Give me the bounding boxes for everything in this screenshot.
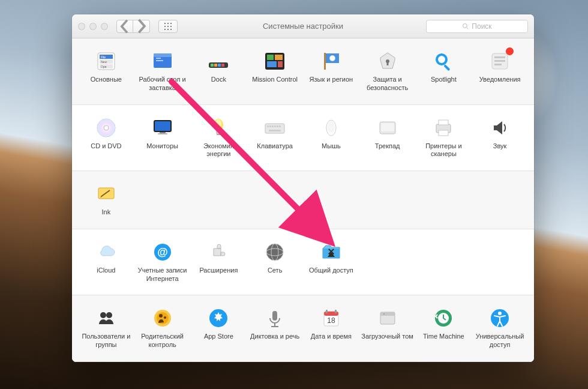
pref-item-timemachine[interactable]: Time Machine: [416, 304, 472, 355]
svg-rect-58: [272, 125, 274, 127]
dock-icon: [206, 49, 230, 73]
pref-item-printers[interactable]: Принтеры и сканеры: [416, 113, 472, 165]
search-placeholder: Поиск: [472, 22, 491, 31]
svg-text:18: 18: [327, 316, 335, 325]
pref-item-displays[interactable]: Мониторы: [134, 113, 191, 165]
pref-item-sharing[interactable]: Общий доступ: [303, 238, 359, 289]
svg-rect-54: [217, 134, 220, 135]
pref-item-label: Dock: [211, 76, 226, 84]
security-icon: [376, 49, 400, 73]
svg-rect-3: [164, 26, 166, 27]
pref-item-network[interactable]: Сеть: [247, 238, 303, 289]
pref-item-accessibility[interactable]: Универсальный доступ: [472, 304, 528, 355]
pref-item-label: Родительский контроль: [136, 333, 190, 349]
pref-item-spotlight[interactable]: Spotlight: [416, 47, 472, 98]
pref-item-general[interactable]: FileNewOpeОсновные: [78, 47, 134, 98]
dictation-icon: [263, 306, 287, 330]
pref-item-label: Mission Control: [252, 76, 298, 84]
pref-item-mouse[interactable]: Мышь: [303, 113, 359, 165]
pref-item-icloud[interactable]: iCloud: [78, 238, 134, 289]
pref-item-label: Звук: [493, 142, 507, 151]
search-field[interactable]: Поиск: [426, 20, 528, 33]
language-icon: [319, 49, 343, 73]
svg-point-52: [215, 119, 221, 128]
svg-rect-28: [267, 55, 274, 60]
grid-icon: [164, 23, 172, 30]
svg-rect-2: [170, 23, 172, 24]
pref-item-label: Spotlight: [431, 76, 457, 84]
startup-icon: [376, 306, 400, 330]
svg-text:File: File: [101, 55, 106, 59]
minimize-window-button[interactable]: [89, 23, 97, 30]
pref-item-parental[interactable]: Родительский контроль: [134, 304, 191, 355]
svg-rect-31: [278, 61, 283, 67]
svg-point-97: [383, 313, 385, 315]
svg-point-80: [100, 312, 106, 318]
svg-point-38: [438, 56, 445, 63]
pref-item-ink[interactable]: Ink: [78, 179, 134, 223]
preference-panes: FileNewOpeОсновныеРабочий стол и заставк…: [72, 38, 534, 362]
pref-item-dock[interactable]: Dock: [191, 47, 247, 98]
chevron-right-icon: [133, 18, 149, 34]
pref-item-label: Загрузочный том: [361, 333, 413, 341]
pref-item-datetime[interactable]: 18Дата и время: [303, 304, 359, 355]
pref-section-4: Пользователи и группыРодительский контро…: [72, 295, 534, 362]
svg-rect-29: [275, 55, 283, 60]
svg-point-85: [164, 316, 166, 319]
pref-section-0: FileNewOpeОсновныеРабочий стол и заставк…: [72, 38, 534, 105]
pref-item-internet[interactable]: @Учетные записи Интернета: [134, 238, 191, 289]
svg-rect-0: [164, 23, 166, 24]
pref-item-label: Time Machine: [423, 333, 464, 341]
pref-item-language[interactable]: Язык и регион: [303, 47, 359, 98]
printers-icon: [431, 116, 455, 140]
close-window-button[interactable]: [78, 23, 85, 30]
svg-rect-26: [221, 64, 224, 67]
svg-rect-50: [158, 133, 167, 134]
pref-item-label: Уведомления: [479, 76, 521, 84]
pref-item-sound[interactable]: Звук: [472, 113, 528, 165]
pref-item-label: Экономия энергии: [192, 142, 246, 159]
pref-item-appstore[interactable]: App Store: [191, 304, 247, 355]
pref-item-security[interactable]: Защита и безопасность: [359, 47, 416, 98]
mission-icon: [263, 49, 287, 73]
pref-section-2: Ink: [72, 171, 534, 229]
pref-item-energy[interactable]: Экономия энергии: [191, 113, 247, 165]
extensions-icon: [206, 240, 230, 264]
show-all-button[interactable]: [158, 20, 178, 33]
svg-rect-88: [274, 323, 275, 326]
pref-item-mission[interactable]: Mission Control: [247, 47, 303, 98]
pref-item-startup[interactable]: Загрузочный том: [359, 304, 416, 355]
svg-rect-32: [324, 53, 326, 70]
forward-button[interactable]: [133, 20, 150, 33]
zoom-window-button[interactable]: [101, 23, 108, 30]
pref-item-label: Мышь: [322, 142, 341, 151]
svg-rect-42: [494, 60, 505, 62]
pref-item-label: Учетные записи Интернета: [136, 267, 190, 283]
back-button[interactable]: [116, 20, 133, 33]
svg-rect-19: [154, 53, 172, 57]
chevron-left-icon: [117, 19, 133, 34]
pref-item-label: Диктовка и речь: [250, 333, 299, 341]
pref-item-label: Общий доступ: [309, 267, 353, 275]
svg-rect-66: [381, 123, 394, 131]
svg-rect-62: [269, 130, 281, 131]
pref-item-dictation[interactable]: Диктовка и речь: [247, 304, 303, 355]
pref-item-extensions[interactable]: Расширения: [191, 238, 247, 289]
displays-icon: [151, 116, 175, 140]
pref-item-label: Трекпад: [375, 142, 400, 151]
pref-item-trackpad[interactable]: Трекпад: [359, 113, 416, 165]
svg-text:New: New: [101, 60, 107, 64]
svg-point-81: [106, 312, 112, 318]
pref-item-cddvd[interactable]: CD и DVD: [78, 113, 134, 165]
svg-text:Ope: Ope: [101, 65, 107, 68]
sound-icon: [488, 116, 512, 140]
pref-item-notifications[interactable]: Уведомления: [472, 47, 528, 98]
pref-item-keyboard[interactable]: Клавиатура: [247, 113, 303, 165]
svg-rect-30: [267, 61, 277, 67]
pref-item-desktop[interactable]: Рабочий стол и заставка: [134, 47, 191, 98]
svg-rect-49: [160, 132, 166, 133]
titlebar: Системные настройки Поиск: [72, 14, 534, 38]
svg-rect-20: [156, 58, 161, 59]
pref-item-users[interactable]: Пользователи и группы: [78, 304, 134, 355]
pref-item-label: Клавиатура: [257, 142, 293, 151]
